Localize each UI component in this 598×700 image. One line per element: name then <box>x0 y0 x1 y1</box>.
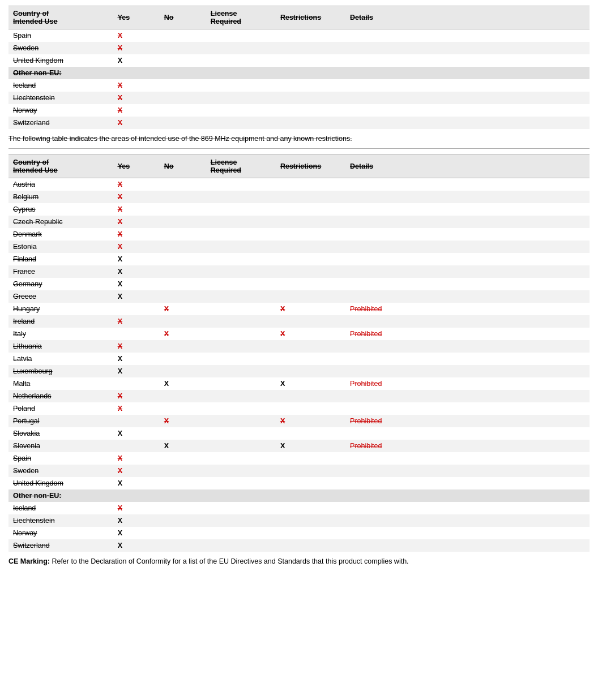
country-cell: Czech Republic <box>8 216 113 228</box>
no-cell <box>160 477 206 489</box>
country-cell: Liechtenstein <box>8 92 113 104</box>
restrictions-cell <box>276 502 345 514</box>
license-cell <box>206 415 276 427</box>
details-cell: Prohibited <box>345 415 590 427</box>
no-cell <box>160 191 206 203</box>
table-row: FinlandX <box>8 253 590 265</box>
country-cell: Spain <box>8 452 113 465</box>
no-cell <box>160 427 206 440</box>
yes-cell: X <box>113 253 160 265</box>
country-cell: Norway <box>8 104 113 117</box>
yes-cell: X <box>113 203 160 216</box>
restrictions-cell: X <box>276 415 345 427</box>
country-cell: Slovakia <box>8 427 113 440</box>
details-cell <box>345 241 590 253</box>
yes-cell: X <box>113 265 160 278</box>
table-row: LiechtensteinX <box>8 514 590 527</box>
yes-cell <box>113 328 160 340</box>
country-cell: United Kingdom <box>8 477 113 489</box>
table-row: IcelandX <box>8 79 590 92</box>
license-cell <box>206 191 276 203</box>
table-row: NetherlandsX <box>8 390 590 402</box>
license-cell <box>206 315 276 328</box>
table-1: Country ofIntended Use Yes No LicenseReq… <box>8 6 590 129</box>
no-cell <box>160 265 206 278</box>
restrictions-cell <box>276 452 345 465</box>
restrictions-cell <box>276 54 345 67</box>
license-cell <box>206 42 276 54</box>
license-cell <box>206 365 276 377</box>
yes-cell: X <box>113 477 160 489</box>
restrictions-cell <box>276 42 345 54</box>
details-cell <box>345 465 590 477</box>
yes-cell: X <box>113 402 160 415</box>
details-cell <box>345 79 590 92</box>
details-cell <box>345 92 590 104</box>
license-cell <box>206 353 276 365</box>
table-row: SwedenX <box>8 465 590 477</box>
no-cell <box>160 178 206 191</box>
restrictions-cell <box>276 527 345 539</box>
yes-cell: X <box>113 514 160 527</box>
country-cell: Estonia <box>8 241 113 253</box>
restrictions-cell <box>276 365 345 377</box>
license-cell <box>206 390 276 402</box>
license-cell <box>206 290 276 303</box>
no-cell <box>160 353 206 365</box>
restrictions-cell <box>276 241 345 253</box>
restrictions-cell <box>276 315 345 328</box>
no-cell <box>160 365 206 377</box>
no-cell <box>160 54 206 67</box>
details-cell <box>345 228 590 241</box>
no-cell <box>160 315 206 328</box>
no-cell <box>160 278 206 290</box>
country-cell: United Kingdom <box>8 54 113 67</box>
details-cell <box>345 315 590 328</box>
table-row: Other non-EU: <box>8 489 590 502</box>
yes-cell: X <box>113 42 160 54</box>
restrictions-cell <box>276 178 345 191</box>
table-row: Czech RepublicX <box>8 216 590 228</box>
yes-cell: X <box>113 29 160 42</box>
divider <box>8 148 590 149</box>
country-cell: Slovenia <box>8 440 113 452</box>
restrictions-cell <box>276 216 345 228</box>
yes-cell: X <box>113 241 160 253</box>
license-cell <box>206 452 276 465</box>
restrictions-cell <box>276 340 345 353</box>
country-cell: Norway <box>8 527 113 539</box>
no-cell <box>160 465 206 477</box>
restrictions-cell <box>276 390 345 402</box>
details-cell <box>345 216 590 228</box>
country-cell: Ireland <box>8 315 113 328</box>
ce-label: CE Marking: <box>8 557 50 565</box>
yes-cell: X <box>113 191 160 203</box>
table-row: CyprusX <box>8 203 590 216</box>
table-row: IcelandX <box>8 502 590 514</box>
table-row: SloveniaXXProhibited <box>8 440 590 452</box>
country-cell: Greece <box>8 290 113 303</box>
country-cell: Netherlands <box>8 390 113 402</box>
no-cell: X <box>160 415 206 427</box>
restrictions-cell <box>276 539 345 552</box>
no-cell <box>160 253 206 265</box>
no-cell <box>160 92 206 104</box>
details-cell: Prohibited <box>345 328 590 340</box>
license-cell <box>206 377 276 390</box>
license-cell <box>206 278 276 290</box>
country-cell: Malta <box>8 377 113 390</box>
no-cell <box>160 228 206 241</box>
no-cell: X <box>160 303 206 315</box>
header2-details: Details <box>345 155 590 178</box>
no-cell <box>160 452 206 465</box>
restrictions-cell <box>276 290 345 303</box>
header-details: Details <box>345 6 590 29</box>
header2-yes: Yes <box>113 155 160 178</box>
no-cell <box>160 241 206 253</box>
yes-cell <box>113 303 160 315</box>
no-cell <box>160 290 206 303</box>
header-no: No <box>160 6 206 29</box>
yes-cell <box>113 415 160 427</box>
table-row: SwitzerlandX <box>8 117 590 129</box>
table-row: SwedenX <box>8 42 590 54</box>
